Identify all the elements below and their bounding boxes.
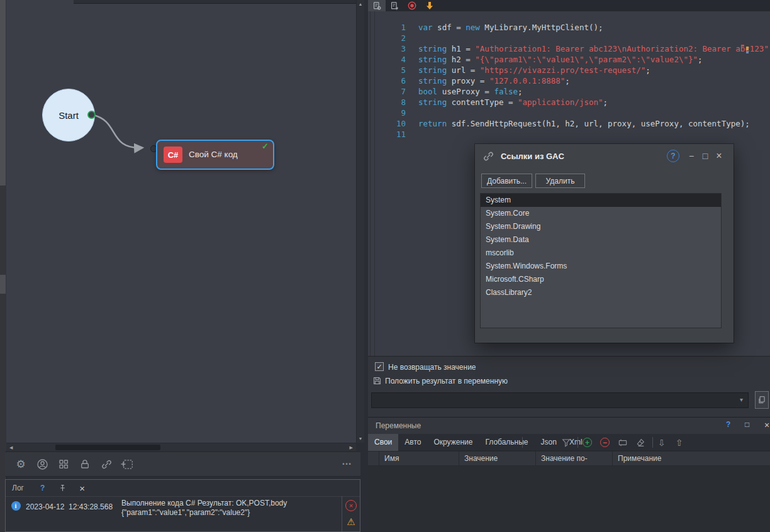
- scrollbar-thumb[interactable]: [55, 445, 160, 450]
- move-down-icon[interactable]: ⇩: [656, 437, 667, 448]
- remove-variable-icon[interactable]: −: [600, 437, 610, 448]
- code-line[interactable]: 10return sdf.SendHttpRequest(h1, h2, url…: [368, 119, 770, 130]
- code-line[interactable]: 4string h2 = "{\"param1\":\"value1\",\"p…: [368, 55, 770, 65]
- minimize-icon[interactable]: −: [684, 151, 698, 161]
- line-number: 6: [368, 76, 406, 87]
- pin-icon[interactable]: [59, 484, 67, 492]
- close-icon[interactable]: ×: [764, 420, 769, 430]
- gac-list-item[interactable]: System: [481, 194, 721, 207]
- help-icon[interactable]: ?: [40, 484, 45, 492]
- variables-tab-авто[interactable]: Авто: [398, 434, 427, 451]
- lock-icon[interactable]: [78, 457, 92, 471]
- scroll-up-icon[interactable]: ▲: [359, 2, 363, 6]
- no-return-label[interactable]: Не возвращать значение: [388, 363, 476, 372]
- code-line[interactable]: 1var sdf = new MyLibrary.MyHttpClient();: [368, 23, 770, 33]
- variables-tab-свои[interactable]: Свои: [368, 434, 398, 451]
- code-lines[interactable]: 1var sdf = new MyLibrary.MyHttpClient();…: [368, 23, 770, 140]
- code-text: string url = "https://vivazzi.pro/test-r…: [406, 65, 650, 76]
- filter-funnel-icon[interactable]: [561, 437, 571, 448]
- column-header[interactable]: Имя: [379, 452, 459, 465]
- settings-gear-icon[interactable]: ⚙: [14, 457, 28, 471]
- help-icon[interactable]: ?: [726, 420, 730, 429]
- code-text: var sdf = new MyLibrary.MyHttpClient();: [406, 23, 603, 33]
- gac-list-item[interactable]: System.Data: [481, 233, 721, 247]
- line-number: 5: [368, 65, 406, 76]
- help-icon[interactable]: ?: [667, 150, 679, 162]
- log-entry-message: Выполнение кода C# Результат: OK,POST,bo…: [121, 496, 342, 531]
- more-options-icon[interactable]: …: [342, 456, 353, 467]
- record-icon[interactable]: [403, 0, 421, 11]
- code-line[interactable]: 5string url = "https://vivazzi.pro/test-…: [368, 65, 770, 76]
- code-text: [406, 108, 418, 119]
- log-entry-timestamp: 2023-04-12 12:43:28.568: [26, 496, 121, 531]
- gac-list-item[interactable]: mscorlib: [481, 247, 721, 260]
- code-line[interactable]: 3string h1 = "Authorization1: Bearer abc…: [368, 44, 770, 55]
- rename-variable-icon[interactable]: [617, 437, 628, 448]
- line-number: 7: [368, 87, 406, 97]
- warnings-filter-icon[interactable]: ⚠: [347, 516, 355, 528]
- column-header[interactable]: Примечание: [613, 452, 770, 465]
- step-into-arrow-icon[interactable]: [421, 0, 438, 11]
- gac-list-item[interactable]: Microsoft.CSharp: [481, 273, 721, 286]
- add-reference-button[interactable]: Добавить...: [481, 174, 532, 188]
- scroll-right-icon[interactable]: ▶: [350, 445, 353, 450]
- variables-tab-json[interactable]: Json: [535, 434, 563, 451]
- gutter-segment[interactable]: [0, 0, 6, 186]
- scroll-left-icon[interactable]: ◀: [9, 445, 13, 450]
- delete-reference-button[interactable]: Удалить: [535, 174, 585, 188]
- code-text: string h2 = "{\"param1\":\"value1\",\"pa…: [406, 55, 703, 65]
- save-to-variable-label[interactable]: Положить результат в переменную: [385, 377, 508, 385]
- link-icon[interactable]: [99, 457, 113, 471]
- result-variable-dropdown[interactable]: ▾: [371, 392, 749, 408]
- variables-tab-глобальные[interactable]: Глобальные: [479, 434, 534, 451]
- add-region-icon[interactable]: [121, 457, 135, 471]
- maximize-icon[interactable]: □: [745, 420, 749, 429]
- copy-variable-button[interactable]: [755, 391, 769, 409]
- flow-canvas[interactable]: Start C# Свой C# код ✓: [6, 0, 356, 443]
- line-number: 11: [368, 130, 406, 140]
- column-header[interactable]: Значение по-умолчанию: [536, 452, 613, 465]
- save-to-variable-icon[interactable]: [372, 376, 382, 385]
- add-variable-icon[interactable]: +: [582, 437, 593, 448]
- variables-table-body[interactable]: [368, 466, 770, 532]
- script-settings-icon[interactable]: [368, 0, 386, 11]
- close-icon[interactable]: ×: [79, 483, 85, 494]
- csharp-code-node[interactable]: C# Свой C# код ✓: [156, 140, 274, 170]
- gac-list-item[interactable]: ClassLibrary2: [481, 286, 721, 299]
- code-line[interactable]: 2: [368, 33, 770, 44]
- column-header[interactable]: Значение: [459, 452, 536, 465]
- csharp-node-label: Свой C# код: [189, 150, 238, 159]
- script-edit-icon[interactable]: [386, 0, 403, 11]
- move-up-icon[interactable]: ⇧: [674, 437, 684, 448]
- canvas-vertical-scrollbar[interactable]: ▲ ▼: [356, 0, 364, 443]
- maximize-icon[interactable]: □: [698, 151, 712, 161]
- code-line[interactable]: 6string proxy = "127.0.0.1:8888";: [368, 76, 770, 87]
- start-node-label: Start: [59, 110, 79, 121]
- code-text: [406, 33, 418, 44]
- gutter-segment[interactable]: [0, 275, 6, 294]
- canvas-horizontal-scrollbar[interactable]: ◀ ▶: [6, 443, 356, 451]
- dialog-titlebar[interactable]: Ссылки из GAC ? − □ ×: [475, 144, 734, 168]
- code-line[interactable]: 11: [368, 130, 770, 140]
- gac-references-dialog: Ссылки из GAC ? − □ × Добавить... Удалит…: [475, 144, 734, 343]
- code-line[interactable]: 7bool useProxy = false;: [368, 87, 770, 97]
- gac-list-item[interactable]: System.Windows.Forms: [481, 260, 721, 273]
- variables-panel-header: Переменные ? □ ×: [368, 418, 770, 434]
- code-line[interactable]: 8string contentType = "application/json"…: [368, 97, 770, 108]
- user-icon[interactable]: [35, 457, 49, 471]
- start-node-output-port[interactable]: [87, 111, 96, 119]
- no-return-checkbox[interactable]: ✓: [375, 362, 384, 371]
- code-line[interactable]: 9: [368, 108, 770, 119]
- line-number: 3: [368, 44, 406, 55]
- errors-filter-icon[interactable]: ×: [345, 500, 357, 511]
- gac-list-item[interactable]: System.Drawing: [481, 220, 721, 233]
- gac-list-item[interactable]: System.Core: [481, 207, 721, 220]
- log-panel-header: Лог ? ×: [6, 480, 360, 497]
- clear-variables-icon[interactable]: [635, 437, 645, 448]
- close-icon[interactable]: ×: [712, 150, 726, 162]
- chevron-down-icon: ▾: [740, 396, 743, 403]
- gac-references-list[interactable]: SystemSystem.CoreSystem.DrawingSystem.Da…: [480, 193, 722, 328]
- scroll-down-icon[interactable]: ▼: [359, 436, 363, 441]
- variables-tab-окружение[interactable]: Окружение: [427, 434, 479, 451]
- grid-blocks-icon[interactable]: [57, 457, 70, 471]
